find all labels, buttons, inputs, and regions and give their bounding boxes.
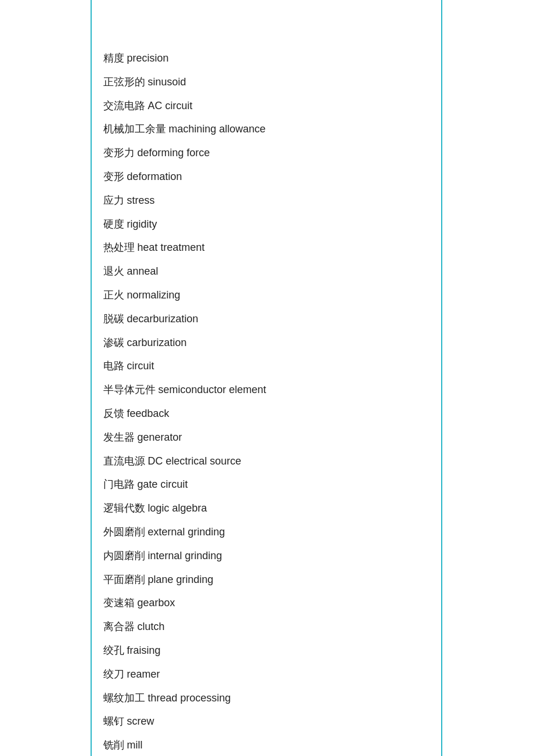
term-english: gearbox	[138, 597, 175, 609]
term-english: fraising	[127, 645, 161, 656]
term-chinese: 正火	[103, 289, 124, 301]
list-item: 硬度 rigidity	[103, 213, 522, 236]
term-english: semiconductor element	[158, 384, 266, 395]
term-chinese: 半导体元件	[103, 384, 156, 395]
right-border	[441, 0, 442, 756]
list-item: 热处理 heat treatment	[103, 236, 522, 260]
term-english: machining allowance	[169, 123, 266, 135]
term-english: clutch	[138, 621, 165, 632]
term-chinese: 应力	[103, 195, 124, 206]
list-item: 平面磨削 plane grinding	[103, 568, 522, 592]
term-list: 精度 precision正弦形的 sinusoid交流电路 AC circuit…	[103, 46, 522, 756]
term-english: mill	[127, 739, 143, 751]
term-chinese: 精度	[103, 52, 124, 64]
list-item: 变形 deformation	[103, 165, 522, 189]
list-item: 螺纹加工 thread processing	[103, 686, 522, 710]
term-chinese: 门电路	[103, 478, 135, 490]
list-item: 精度 precision	[103, 46, 522, 70]
term-chinese: 变形	[103, 171, 124, 182]
term-english: sinusoid	[148, 76, 186, 88]
term-english: reamer	[127, 668, 160, 680]
list-item: 脱碳 decarburization	[103, 307, 522, 331]
term-english: normalizing	[127, 289, 181, 301]
list-item: 铣削 mill	[103, 733, 522, 756]
term-english: precision	[127, 52, 169, 64]
term-english: carburization	[127, 337, 187, 348]
term-english: logic algebra	[148, 502, 207, 514]
term-chinese: 发生器	[103, 431, 135, 443]
term-chinese: 内圆磨削	[103, 550, 145, 561]
content-area: 精度 precision正弦形的 sinusoid交流电路 AC circuit…	[92, 0, 534, 756]
term-chinese: 电路	[103, 360, 124, 372]
term-chinese: 螺纹加工	[103, 692, 145, 704]
term-english: heat treatment	[138, 242, 205, 253]
list-item: 机械加工余量 machining allowance	[103, 117, 522, 141]
term-chinese: 绞刀	[103, 668, 124, 680]
list-item: 离合器 clutch	[103, 615, 522, 639]
term-english: screw	[127, 715, 154, 727]
list-item: 电路 circuit	[103, 354, 522, 378]
term-english: circuit	[127, 360, 154, 372]
term-chinese: 变速箱	[103, 597, 135, 609]
term-english: generator	[138, 431, 182, 443]
term-chinese: 反馈	[103, 408, 124, 419]
list-item: 反馈 feedback	[103, 402, 522, 426]
list-item: 正火 normalizing	[103, 283, 522, 307]
list-item: 变速箱 gearbox	[103, 591, 522, 615]
term-english: stress	[127, 195, 155, 206]
list-item: 变形力 deforming force	[103, 141, 522, 165]
left-border	[0, 0, 92, 756]
term-chinese: 硬度	[103, 218, 124, 230]
term-chinese: 螺钉	[103, 715, 124, 727]
term-chinese: 直流电源	[103, 455, 145, 467]
term-english: AC circuit	[148, 100, 193, 111]
term-chinese: 交流电路	[103, 100, 145, 111]
term-english: external grinding	[148, 526, 225, 538]
term-english: internal grinding	[148, 550, 222, 561]
term-english: thread processing	[148, 692, 231, 704]
list-item: 外圆磨削 external grinding	[103, 520, 522, 544]
list-item: 门电路 gate circuit	[103, 473, 522, 496]
term-english: deforming force	[138, 147, 210, 159]
list-item: 直流电源 DC electrical source	[103, 449, 522, 473]
list-item: 正弦形的 sinusoid	[103, 70, 522, 94]
term-chinese: 脱碳	[103, 313, 124, 325]
list-item: 应力 stress	[103, 189, 522, 213]
page-container: 精度 precision正弦形的 sinusoid交流电路 AC circuit…	[0, 0, 534, 756]
term-chinese: 平面磨削	[103, 574, 145, 585]
term-english: gate circuit	[138, 478, 188, 490]
term-english: rigidity	[127, 218, 157, 230]
term-chinese: 正弦形的	[103, 76, 145, 88]
term-chinese: 渗碳	[103, 337, 124, 348]
term-english: feedback	[127, 408, 169, 419]
term-chinese: 热处理	[103, 242, 135, 253]
term-chinese: 外圆磨削	[103, 526, 145, 538]
term-chinese: 机械加工余量	[103, 123, 166, 135]
list-item: 逻辑代数 logic algebra	[103, 496, 522, 520]
list-item: 绞孔 fraising	[103, 639, 522, 663]
term-english: anneal	[127, 265, 158, 277]
term-chinese: 铣削	[103, 739, 124, 751]
term-chinese: 退火	[103, 265, 124, 277]
list-item: 发生器 generator	[103, 426, 522, 449]
term-english: deformation	[127, 171, 182, 182]
list-item: 交流电路 AC circuit	[103, 94, 522, 118]
term-chinese: 变形力	[103, 147, 135, 159]
list-item: 绞刀 reamer	[103, 663, 522, 686]
term-english: decarburization	[127, 313, 199, 325]
term-chinese: 离合器	[103, 621, 135, 632]
term-chinese: 逻辑代数	[103, 502, 145, 514]
term-chinese: 绞孔	[103, 645, 124, 656]
term-english: plane grinding	[148, 574, 214, 585]
list-item: 螺钉 screw	[103, 710, 522, 733]
list-item: 退火 anneal	[103, 260, 522, 283]
list-item: 内圆磨削 internal grinding	[103, 544, 522, 568]
list-item: 半导体元件 semiconductor element	[103, 378, 522, 402]
list-item: 渗碳 carburization	[103, 331, 522, 355]
term-english: DC electrical source	[148, 455, 241, 467]
